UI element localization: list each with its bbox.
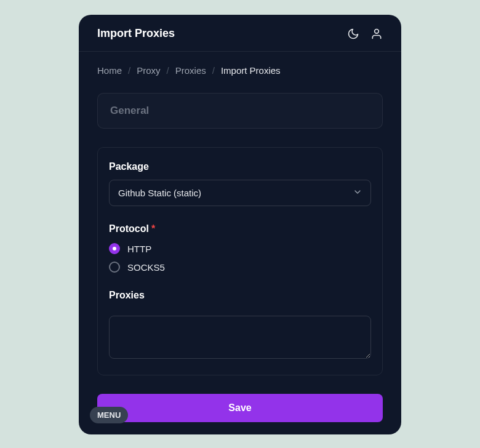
protocol-radio-group: HTTP SOCKS5: [109, 243, 371, 273]
breadcrumb-current: Import Proxies: [221, 65, 281, 76]
theme-toggle-icon[interactable]: [347, 28, 359, 40]
breadcrumb-proxy[interactable]: Proxy: [137, 65, 160, 76]
breadcrumb-separator: /: [167, 65, 169, 76]
page-title: Import Proxies: [97, 27, 175, 40]
protocol-section: Protocol* HTTP SOCKS5: [109, 223, 371, 273]
breadcrumb-home[interactable]: Home: [97, 65, 122, 76]
radio-icon: [109, 262, 120, 273]
protocol-option-socks5[interactable]: SOCKS5: [109, 262, 371, 273]
protocol-label-text: Protocol: [109, 223, 149, 234]
required-mark: *: [151, 223, 155, 234]
menu-button[interactable]: MENU: [90, 407, 128, 423]
protocol-option-http[interactable]: HTTP: [109, 243, 371, 254]
section-header-general[interactable]: General: [97, 93, 383, 129]
header: Import Proxies: [79, 15, 401, 52]
proxies-textarea[interactable]: [109, 316, 371, 359]
breadcrumb: Home / Proxy / Proxies / Import Proxies: [79, 52, 401, 93]
proxies-label: Proxies: [109, 290, 371, 301]
radio-label: HTTP: [127, 244, 151, 254]
user-icon[interactable]: [370, 28, 383, 40]
protocol-label: Protocol*: [109, 223, 371, 234]
svg-point-0: [375, 29, 379, 33]
package-select-wrapper: Github Static (static): [109, 180, 371, 206]
breadcrumb-proxies[interactable]: Proxies: [175, 65, 206, 76]
package-selected-value: Github Static (static): [118, 188, 201, 198]
breadcrumb-separator: /: [128, 65, 130, 76]
header-icons: [347, 28, 383, 40]
radio-label: SOCKS5: [127, 262, 165, 273]
radio-icon: [109, 243, 120, 254]
package-label: Package: [109, 161, 371, 172]
package-select[interactable]: Github Static (static): [109, 180, 371, 206]
save-button[interactable]: Save: [97, 394, 383, 422]
breadcrumb-separator: /: [212, 65, 215, 76]
app-card: Import Proxies Home / Proxy / Proxies / …: [79, 15, 401, 434]
proxies-section: Proxies: [109, 290, 371, 361]
form-card: Package Github Static (static) Protocol*…: [97, 147, 383, 375]
